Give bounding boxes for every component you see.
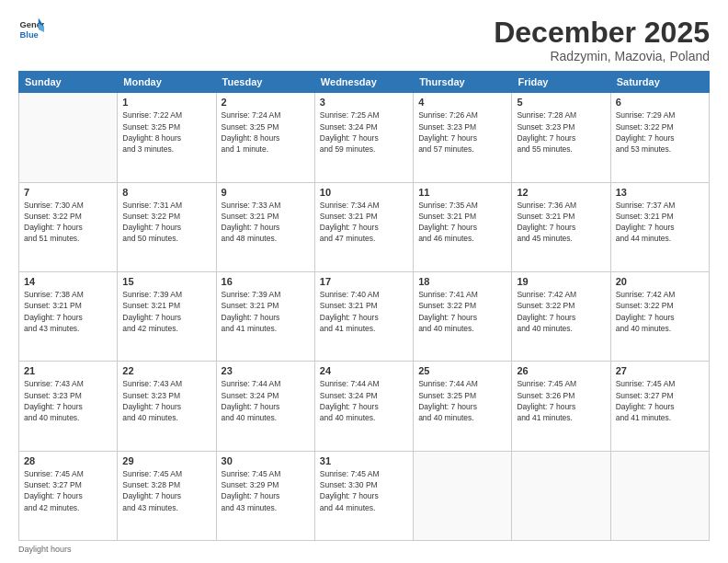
calendar-cell: 12Sunrise: 7:36 AM Sunset: 3:21 PM Dayli… <box>512 182 610 271</box>
day-info: Sunrise: 7:22 AM Sunset: 3:25 PM Dayligh… <box>122 109 210 155</box>
title-block: December 2025 Radzymin, Mazovia, Poland <box>494 17 710 63</box>
day-number: 6 <box>616 97 704 108</box>
day-number: 31 <box>320 455 408 466</box>
day-number: 12 <box>517 187 605 198</box>
day-number: 18 <box>418 276 506 287</box>
day-number: 19 <box>517 276 605 287</box>
calendar-cell: 8Sunrise: 7:31 AM Sunset: 3:22 PM Daylig… <box>118 182 216 271</box>
calendar-week-row: 14Sunrise: 7:38 AM Sunset: 3:21 PM Dayli… <box>19 271 710 361</box>
calendar-cell <box>414 451 512 540</box>
calendar-cell: 16Sunrise: 7:39 AM Sunset: 3:21 PM Dayli… <box>216 271 314 361</box>
day-info: Sunrise: 7:39 AM Sunset: 3:21 PM Dayligh… <box>222 289 310 334</box>
calendar-cell: 14Sunrise: 7:38 AM Sunset: 3:21 PM Dayli… <box>19 271 118 361</box>
day-info: Sunrise: 7:44 AM Sunset: 3:24 PM Dayligh… <box>320 378 408 423</box>
day-info: Sunrise: 7:40 AM Sunset: 3:21 PM Dayligh… <box>320 289 408 334</box>
day-number: 25 <box>418 365 506 376</box>
calendar-cell: 25Sunrise: 7:44 AM Sunset: 3:25 PM Dayli… <box>414 362 512 451</box>
day-number: 29 <box>122 455 210 466</box>
calendar-cell: 11Sunrise: 7:35 AM Sunset: 3:21 PM Dayli… <box>414 182 512 271</box>
day-info: Sunrise: 7:25 AM Sunset: 3:24 PM Dayligh… <box>320 109 408 155</box>
day-info: Sunrise: 7:35 AM Sunset: 3:21 PM Dayligh… <box>418 200 506 245</box>
calendar-day-header: Monday <box>118 72 216 93</box>
calendar-day-header: Sunday <box>19 72 118 93</box>
calendar-cell: 2Sunrise: 7:24 AM Sunset: 3:25 PM Daylig… <box>216 93 314 182</box>
calendar-cell: 29Sunrise: 7:45 AM Sunset: 3:28 PM Dayli… <box>118 451 216 540</box>
header: General Blue December 2025 Radzymin, Maz… <box>18 17 710 63</box>
month-title: December 2025 <box>494 17 710 49</box>
calendar-cell: 15Sunrise: 7:39 AM Sunset: 3:21 PM Dayli… <box>118 271 216 361</box>
day-info: Sunrise: 7:26 AM Sunset: 3:23 PM Dayligh… <box>418 109 506 155</box>
calendar-cell: 10Sunrise: 7:34 AM Sunset: 3:21 PM Dayli… <box>314 182 413 271</box>
day-info: Sunrise: 7:36 AM Sunset: 3:21 PM Dayligh… <box>517 200 605 245</box>
day-info: Sunrise: 7:45 AM Sunset: 3:26 PM Dayligh… <box>517 378 605 423</box>
day-info: Sunrise: 7:29 AM Sunset: 3:22 PM Dayligh… <box>616 109 704 155</box>
footer-note: Daylight hours <box>18 545 710 554</box>
calendar-cell <box>610 451 709 540</box>
day-number: 28 <box>24 455 112 466</box>
day-info: Sunrise: 7:39 AM Sunset: 3:21 PM Dayligh… <box>122 289 210 334</box>
day-number: 5 <box>517 97 605 108</box>
calendar-cell: 30Sunrise: 7:45 AM Sunset: 3:29 PM Dayli… <box>216 451 314 540</box>
day-info: Sunrise: 7:45 AM Sunset: 3:30 PM Dayligh… <box>320 468 408 513</box>
day-info: Sunrise: 7:24 AM Sunset: 3:25 PM Dayligh… <box>222 109 310 155</box>
day-number: 15 <box>122 276 210 287</box>
logo: General Blue <box>18 17 44 42</box>
day-info: Sunrise: 7:42 AM Sunset: 3:22 PM Dayligh… <box>517 289 605 334</box>
calendar-cell: 28Sunrise: 7:45 AM Sunset: 3:27 PM Dayli… <box>19 451 118 540</box>
day-number: 21 <box>24 365 112 376</box>
calendar-cell: 5Sunrise: 7:28 AM Sunset: 3:23 PM Daylig… <box>512 93 610 182</box>
day-info: Sunrise: 7:38 AM Sunset: 3:21 PM Dayligh… <box>24 289 112 334</box>
day-number: 24 <box>320 365 408 376</box>
day-number: 7 <box>24 187 112 198</box>
day-info: Sunrise: 7:31 AM Sunset: 3:22 PM Dayligh… <box>122 200 210 245</box>
day-number: 16 <box>222 276 310 287</box>
calendar-day-header: Tuesday <box>216 72 314 93</box>
calendar-cell <box>512 451 610 540</box>
calendar-day-header: Wednesday <box>314 72 413 93</box>
day-number: 14 <box>24 276 112 287</box>
calendar-cell: 31Sunrise: 7:45 AM Sunset: 3:30 PM Dayli… <box>314 451 413 540</box>
day-number: 27 <box>616 365 704 376</box>
calendar-cell: 3Sunrise: 7:25 AM Sunset: 3:24 PM Daylig… <box>314 93 413 182</box>
day-info: Sunrise: 7:43 AM Sunset: 3:23 PM Dayligh… <box>24 378 112 423</box>
day-info: Sunrise: 7:44 AM Sunset: 3:25 PM Dayligh… <box>418 378 506 423</box>
day-info: Sunrise: 7:43 AM Sunset: 3:23 PM Dayligh… <box>122 378 210 423</box>
day-number: 3 <box>320 97 408 108</box>
day-number: 1 <box>122 97 210 108</box>
calendar-week-row: 7Sunrise: 7:30 AM Sunset: 3:22 PM Daylig… <box>19 182 710 271</box>
calendar-cell: 24Sunrise: 7:44 AM Sunset: 3:24 PM Dayli… <box>314 362 413 451</box>
day-info: Sunrise: 7:45 AM Sunset: 3:27 PM Dayligh… <box>616 378 704 423</box>
calendar-header-row: SundayMondayTuesdayWednesdayThursdayFrid… <box>19 72 710 93</box>
calendar-week-row: 1Sunrise: 7:22 AM Sunset: 3:25 PM Daylig… <box>19 93 710 182</box>
day-number: 22 <box>122 365 210 376</box>
day-number: 4 <box>418 97 506 108</box>
day-number: 20 <box>616 276 704 287</box>
day-number: 26 <box>517 365 605 376</box>
calendar-week-row: 28Sunrise: 7:45 AM Sunset: 3:27 PM Dayli… <box>19 451 710 540</box>
location: Radzymin, Mazovia, Poland <box>494 49 710 63</box>
calendar-table: SundayMondayTuesdayWednesdayThursdayFrid… <box>18 71 710 541</box>
calendar-cell: 18Sunrise: 7:41 AM Sunset: 3:22 PM Dayli… <box>414 271 512 361</box>
day-number: 17 <box>320 276 408 287</box>
calendar-cell: 4Sunrise: 7:26 AM Sunset: 3:23 PM Daylig… <box>414 93 512 182</box>
calendar-day-header: Thursday <box>414 72 512 93</box>
day-info: Sunrise: 7:45 AM Sunset: 3:29 PM Dayligh… <box>222 468 310 513</box>
day-number: 30 <box>222 455 310 466</box>
calendar-cell: 9Sunrise: 7:33 AM Sunset: 3:21 PM Daylig… <box>216 182 314 271</box>
calendar-cell: 19Sunrise: 7:42 AM Sunset: 3:22 PM Dayli… <box>512 271 610 361</box>
calendar-cell: 26Sunrise: 7:45 AM Sunset: 3:26 PM Dayli… <box>512 362 610 451</box>
calendar-week-row: 21Sunrise: 7:43 AM Sunset: 3:23 PM Dayli… <box>19 362 710 451</box>
logo-icon: General Blue <box>18 17 44 42</box>
day-info: Sunrise: 7:30 AM Sunset: 3:22 PM Dayligh… <box>24 200 112 245</box>
page: General Blue December 2025 Radzymin, Maz… <box>0 0 728 563</box>
day-number: 11 <box>418 187 506 198</box>
day-info: Sunrise: 7:44 AM Sunset: 3:24 PM Dayligh… <box>222 378 310 423</box>
day-number: 10 <box>320 187 408 198</box>
day-number: 13 <box>616 187 704 198</box>
day-number: 9 <box>222 187 310 198</box>
day-info: Sunrise: 7:42 AM Sunset: 3:22 PM Dayligh… <box>616 289 704 334</box>
calendar-cell: 1Sunrise: 7:22 AM Sunset: 3:25 PM Daylig… <box>118 93 216 182</box>
day-info: Sunrise: 7:28 AM Sunset: 3:23 PM Dayligh… <box>517 109 605 155</box>
calendar-cell: 6Sunrise: 7:29 AM Sunset: 3:22 PM Daylig… <box>610 93 709 182</box>
day-info: Sunrise: 7:34 AM Sunset: 3:21 PM Dayligh… <box>320 200 408 245</box>
